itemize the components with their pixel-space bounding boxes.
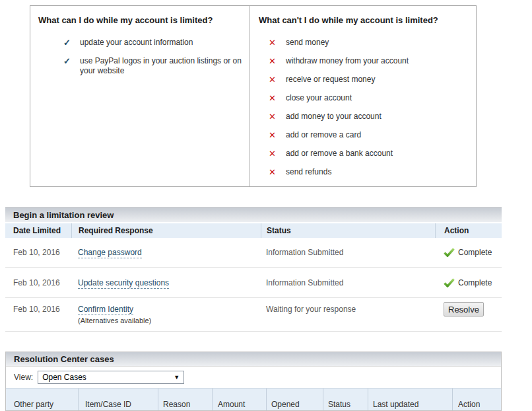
cannot-do-item-label: send refunds xyxy=(286,167,331,177)
list-item: ✕ add money to your account xyxy=(269,112,471,122)
cross-icon: ✕ xyxy=(269,38,286,48)
confirm-identity-link[interactable]: Confirm Identity xyxy=(78,305,133,315)
change-password-link[interactable]: Change password xyxy=(78,248,142,258)
column-header-other-party: Other party xyxy=(6,389,78,411)
table-row: Feb 10, 2016 Change password Information… xyxy=(5,238,502,268)
column-header-last-updated: Last updated xyxy=(368,389,452,411)
cases-view-select[interactable]: Open Cases ▼ xyxy=(38,371,184,384)
status-cell: Information Submitted xyxy=(261,248,435,257)
limitation-table-header: Date Limited Required Response Status Ac… xyxy=(5,223,502,238)
section-title-bar: Resolution Center cases xyxy=(6,352,501,367)
resolve-button[interactable]: Resolve xyxy=(444,302,484,317)
cannot-do-item-label: receive or request money xyxy=(286,75,375,85)
date-limited-cell: Feb 10, 2016 xyxy=(5,298,71,314)
list-item: ✓ use PayPal logos in your auction listi… xyxy=(63,56,244,76)
status-cell: Information Submitted xyxy=(261,278,435,287)
column-header-required-response: Required Response xyxy=(71,223,261,238)
complete-label: Complete xyxy=(458,248,492,257)
column-header-reason: Reason xyxy=(158,389,212,411)
column-header-action: Action xyxy=(452,389,502,411)
complete-status: Complete xyxy=(444,278,502,287)
complete-label: Complete xyxy=(458,278,492,287)
cases-table-header: Other party Item/Case ID Reason Amount O… xyxy=(6,388,501,411)
list-item: ✕ close your account xyxy=(269,93,471,103)
list-item: ✕ add or remove a card xyxy=(269,130,471,140)
table-row: Feb 10, 2016 Update security questions I… xyxy=(5,268,502,298)
list-item: ✕ send refunds xyxy=(269,167,471,177)
account-limited-capabilities-box: What can I do while my account is limite… xyxy=(30,5,477,187)
column-header-amount: Amount xyxy=(212,389,266,411)
column-header-status: Status xyxy=(261,223,435,238)
column-header-action: Action xyxy=(435,223,502,238)
view-label: View: xyxy=(14,373,33,382)
cannot-do-item-label: add or remove a bank account xyxy=(286,149,393,159)
list-item: ✕ send money xyxy=(269,38,471,48)
chevron-down-icon: ▼ xyxy=(174,374,180,381)
check-icon: ✓ xyxy=(63,56,80,76)
list-item: ✕ receive or request money xyxy=(269,75,471,85)
cannot-do-title: What can't I do while my account is limi… xyxy=(259,15,471,25)
update-security-questions-link[interactable]: Update security questions xyxy=(78,278,169,289)
complete-check-icon xyxy=(444,278,455,287)
status-cell: Waiting for your response xyxy=(261,298,435,314)
date-limited-cell: Feb 10, 2016 xyxy=(5,278,71,287)
complete-status: Complete xyxy=(444,248,502,257)
cross-icon: ✕ xyxy=(269,167,286,177)
can-do-list: ✓ update your account information ✓ use … xyxy=(38,38,244,76)
cross-icon: ✕ xyxy=(269,112,286,122)
table-row: Feb 10, 2016 Confirm Identity (Alternati… xyxy=(5,298,502,332)
alternatives-note: (Alternatives available) xyxy=(78,317,261,324)
column-header-status: Status xyxy=(323,389,368,411)
can-do-item-label: update your account information xyxy=(80,38,193,48)
list-item: ✕ add or remove a bank account xyxy=(269,149,471,159)
view-filter-row: View: Open Cases ▼ xyxy=(6,367,501,388)
date-limited-cell: Feb 10, 2016 xyxy=(5,248,71,257)
limitation-review-section: Begin a limitation review Date Limited R… xyxy=(5,207,502,332)
resolution-center-section: Resolution Center cases View: Open Cases… xyxy=(5,352,502,411)
cannot-do-item-label: add money to your account xyxy=(286,112,382,122)
column-header-item-case-id: Item/Case ID xyxy=(78,389,158,411)
cannot-do-item-label: add or remove a card xyxy=(286,130,361,140)
selected-view-value: Open Cases xyxy=(42,373,86,382)
check-icon: ✓ xyxy=(63,38,80,48)
column-header-opened: Opened xyxy=(266,389,323,411)
cannot-do-column: What can't I do while my account is limi… xyxy=(249,6,476,186)
cross-icon: ✕ xyxy=(269,130,286,140)
can-do-title: What can I do while my account is limite… xyxy=(38,15,244,25)
cannot-do-list: ✕ send money ✕ withdraw money from your … xyxy=(259,38,471,177)
list-item: ✓ update your account information xyxy=(63,38,244,48)
cross-icon: ✕ xyxy=(269,93,286,103)
cross-icon: ✕ xyxy=(269,149,286,159)
can-do-item-label: use PayPal logos in your auction listing… xyxy=(80,56,244,76)
list-item: ✕ withdraw money from your account xyxy=(269,56,471,66)
complete-check-icon xyxy=(444,248,455,257)
cross-icon: ✕ xyxy=(269,75,286,85)
cannot-do-item-label: send money xyxy=(286,38,329,48)
cannot-do-item-label: withdraw money from your account xyxy=(286,56,409,66)
section-title-bar: Begin a limitation review xyxy=(5,207,502,222)
cross-icon: ✕ xyxy=(269,56,286,66)
cannot-do-item-label: close your account xyxy=(286,93,352,103)
column-header-date-limited: Date Limited xyxy=(5,223,71,238)
can-do-column: What can I do while my account is limite… xyxy=(30,6,249,186)
